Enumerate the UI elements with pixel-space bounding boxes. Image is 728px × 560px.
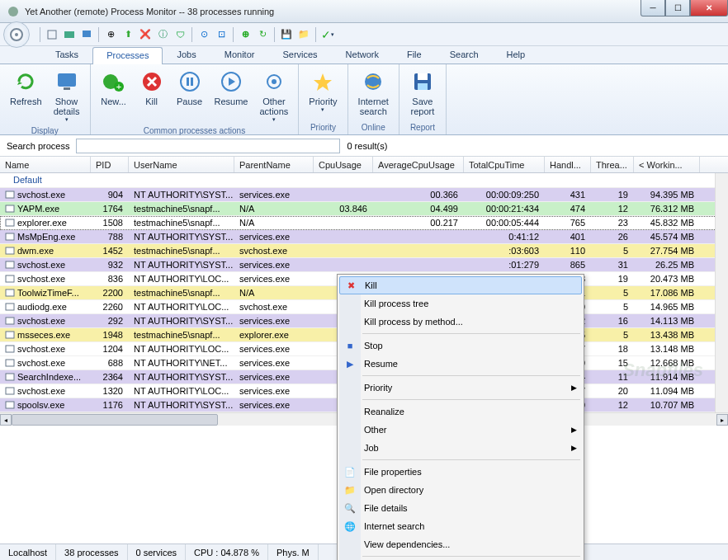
- ctx-kill-tree[interactable]: Kill process tree: [339, 294, 582, 313]
- process-icon: [5, 358, 15, 368]
- cell-name: explorer.exe: [0, 216, 91, 229]
- tool-folder-icon[interactable]: 📁: [295, 26, 312, 43]
- kill-button[interactable]: Kill: [134, 66, 170, 125]
- tool-icon-2[interactable]: [61, 26, 78, 43]
- search-input[interactable]: [76, 139, 340, 153]
- ctx-kill-method[interactable]: Kill process by method...: [339, 313, 582, 331]
- resume-button[interactable]: Resume: [210, 66, 253, 125]
- col-avgcpu[interactable]: AverageCpuUsage: [373, 157, 464, 172]
- tool-shield-icon[interactable]: 🛡: [172, 26, 188, 43]
- cell-w: 12.668 MB: [634, 356, 700, 369]
- ctx-resume[interactable]: ▶Resume: [339, 355, 582, 373]
- hscroll-left-button[interactable]: ◂: [0, 414, 12, 426]
- col-username[interactable]: UserName: [129, 157, 234, 172]
- submenu-arrow-icon: ▶: [571, 444, 577, 452]
- pause-button[interactable]: Pause: [172, 66, 208, 125]
- cell-user: NT AUTHORITY\SYST...: [129, 398, 234, 412]
- new-icon: +: [101, 68, 127, 95]
- table-row[interactable]: dwm.exe1452testmachine5\snapf...svchost.…: [0, 244, 728, 258]
- col-parentname[interactable]: ParentName: [234, 157, 314, 172]
- col-working[interactable]: < Workin...: [634, 157, 700, 172]
- close-button[interactable]: ✕: [690, 0, 728, 16]
- table-row[interactable]: MsMpEng.exe788NT AUTHORITY\SYST...servic…: [0, 230, 728, 244]
- tool-icon-7[interactable]: ⓘ: [154, 26, 171, 43]
- ctx-open-dir[interactable]: 📁Open directory: [339, 481, 582, 499]
- tab-file[interactable]: File: [393, 46, 436, 64]
- ctx-priority[interactable]: Priority▶: [339, 379, 582, 397]
- col-handles[interactable]: Handl...: [545, 157, 591, 172]
- ctx-stop[interactable]: ■Stop: [339, 336, 582, 355]
- tool-refresh-icon[interactable]: ↻: [254, 26, 271, 43]
- group-row[interactable]: Default: [0, 173, 728, 188]
- cell-pid: 688: [91, 356, 129, 369]
- cell-w: 10.707 MB: [634, 398, 700, 412]
- cell-w: 26.25 MB: [634, 258, 700, 271]
- show-details-button[interactable]: Show details ▾: [49, 66, 85, 125]
- tab-processes[interactable]: Processes: [92, 47, 163, 64]
- svg-rect-25: [6, 233, 14, 240]
- app-menu-button[interactable]: [3, 21, 30, 48]
- new-button[interactable]: + New...: [96, 66, 132, 125]
- tool-icon-4[interactable]: ⊕: [102, 26, 119, 43]
- col-threads[interactable]: Threa...: [591, 157, 634, 172]
- ctx-file-props[interactable]: 📄File properties: [339, 463, 582, 481]
- tab-monitor[interactable]: Monitor: [210, 46, 269, 64]
- hscroll-right-button[interactable]: ▸: [716, 414, 728, 426]
- ctx-internet[interactable]: 🌐Internet search: [339, 517, 582, 535]
- tab-services[interactable]: Services: [268, 46, 331, 64]
- ctx-file-details[interactable]: 🔍File details: [339, 499, 582, 517]
- col-totalcpu[interactable]: TotalCpuTime: [464, 157, 545, 172]
- cell-tct: 00:00:21:434: [464, 202, 545, 215]
- tab-jobs[interactable]: Jobs: [163, 46, 210, 64]
- search-icon: 🔍: [343, 501, 357, 515]
- cell-w: 11.914 MB: [634, 370, 700, 384]
- tool-icon-9[interactable]: ⊡: [213, 26, 229, 43]
- svg-point-2: [15, 33, 18, 36]
- table-row[interactable]: svchost.exe932NT AUTHORITY\SYST...servic…: [0, 258, 728, 272]
- table-row[interactable]: explorer.exe1508testmachine5\snapf...N/A…: [0, 216, 728, 230]
- tab-tasks[interactable]: Tasks: [41, 46, 92, 64]
- hscroll-thumb[interactable]: [12, 414, 218, 426]
- ctx-reanalize[interactable]: Reanalize: [339, 402, 582, 421]
- cell-parent: svchost.exe: [234, 300, 314, 313]
- maximize-button[interactable]: ☐: [665, 0, 690, 16]
- ctx-deps[interactable]: View dependencies...: [339, 535, 582, 553]
- ctx-other[interactable]: Other▶: [339, 421, 582, 439]
- ctx-kill[interactable]: ✖Kill: [339, 276, 582, 294]
- internet-search-button[interactable]: Internet search: [353, 66, 394, 122]
- vertical-scrollbar[interactable]: [715, 173, 728, 412]
- minimize-button[interactable]: ─: [641, 0, 665, 16]
- ctx-job[interactable]: Job▶: [339, 439, 582, 457]
- process-icon: [5, 288, 15, 298]
- cell-pid: 904: [91, 188, 129, 201]
- cell-user: NT AUTHORITY\LOC...: [129, 384, 234, 398]
- col-pid[interactable]: PID: [91, 157, 129, 172]
- tab-search[interactable]: Search: [436, 46, 493, 64]
- tool-save-icon[interactable]: 💾: [278, 26, 295, 43]
- tool-icon-3[interactable]: [78, 26, 95, 43]
- tab-help[interactable]: Help: [493, 46, 540, 64]
- priority-button[interactable]: Priority ▾: [304, 66, 342, 122]
- cell-h: 431: [545, 188, 591, 201]
- tool-icon-6[interactable]: ❌: [137, 26, 154, 43]
- table-row[interactable]: YAPM.exe1764testmachine5\snapf...N/A03.8…: [0, 202, 728, 216]
- tab-network[interactable]: Network: [332, 46, 393, 64]
- cell-name: ToolwizTimeF...: [0, 286, 91, 299]
- tool-add-icon[interactable]: ⊕: [237, 26, 253, 43]
- refresh-button[interactable]: Refresh: [5, 66, 47, 125]
- col-name[interactable]: Name: [0, 157, 91, 172]
- table-row[interactable]: svchost.exe904NT AUTHORITY\SYST...servic…: [0, 188, 728, 202]
- tool-icon-8[interactable]: ⊙: [196, 26, 212, 43]
- other-actions-button[interactable]: Other actions ▾: [255, 66, 294, 125]
- cell-tct: :03:603: [464, 244, 545, 257]
- save-report-button[interactable]: Save report: [404, 66, 441, 122]
- cell-user: NT AUTHORITY\SYST...: [129, 230, 234, 243]
- col-cpuusage[interactable]: CpuUsage: [314, 157, 373, 172]
- priority-icon: [310, 68, 336, 95]
- tool-icon-5[interactable]: ⬆: [120, 26, 136, 43]
- tool-check-icon[interactable]: ✓▾: [319, 26, 336, 43]
- ie-icon: [360, 68, 386, 95]
- cell-pid: 1764: [91, 202, 129, 215]
- svg-rect-6: [58, 73, 76, 87]
- tool-icon-1[interactable]: [44, 26, 60, 43]
